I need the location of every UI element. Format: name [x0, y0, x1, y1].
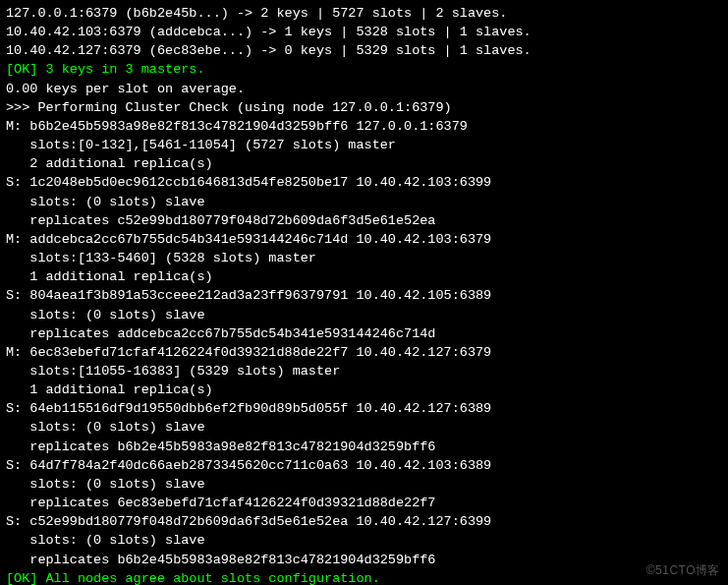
node-line: slots:[0-132],[5461-11054] (5727 slots) …: [6, 136, 722, 154]
ok-keys-line: [OK] 3 keys in 3 masters.: [6, 60, 722, 79]
summary-line: 10.40.42.127:6379 (6ec83ebe...) -> 0 key…: [6, 41, 722, 60]
node-line: M: 6ec83ebefd71cfaf4126224f0d39321d88de2…: [6, 343, 722, 362]
node-line: slots: (0 slots) slave: [6, 193, 722, 211]
node-line: replicates c52e99bd180779f048d72b609da6f…: [6, 211, 722, 230]
node-line: replicates addcebca2cc67b755dc54b341e593…: [6, 324, 722, 343]
node-line: M: addcebca2cc67b755dc54b341e593144246c7…: [6, 230, 722, 249]
node-line: 2 additional replica(s): [6, 154, 722, 173]
node-line: slots: (0 slots) slave: [6, 475, 722, 494]
node-line: M: b6b2e45b5983a98e82f813c47821904d3259b…: [6, 117, 722, 136]
node-line: S: 64d7f784a2f40dc66aeb2873345620cc711c0…: [6, 456, 722, 475]
ok-agree-line: [OK] All nodes agree about slots configu…: [6, 569, 722, 585]
node-line: S: 804aea1f3b891a53cceee212ad3a23ff96379…: [6, 286, 722, 305]
summary-line: 127.0.0.1:6379 (b6b2e45b...) -> 2 keys |…: [6, 4, 722, 23]
node-line: slots: (0 slots) slave: [6, 531, 722, 550]
node-line: slots: (0 slots) slave: [6, 306, 722, 324]
node-line: slots:[133-5460] (5328 slots) master: [6, 249, 722, 267]
node-line: S: 1c2048eb5d0ec9612ccb1646813d54fe8250b…: [6, 173, 722, 192]
node-line: replicates 6ec83ebefd71cfaf4126224f0d393…: [6, 494, 722, 512]
cluster-check-header: >>> Performing Cluster Check (using node…: [6, 98, 722, 117]
node-line: replicates b6b2e45b5983a98e82f813c478219…: [6, 438, 722, 456]
node-line: S: 64eb115516df9d19550dbb6ef2fb90d89b5d0…: [6, 399, 722, 418]
node-line: 1 additional replica(s): [6, 380, 722, 399]
node-line: replicates b6b2e45b5983a98e82f813c478219…: [6, 551, 722, 569]
avg-line: 0.00 keys per slot on average.: [6, 80, 722, 98]
terminal-output: 127.0.0.1:6379 (b6b2e45b...) -> 2 keys |…: [6, 4, 722, 585]
summary-line: 10.40.42.103:6379 (addcebca...) -> 1 key…: [6, 23, 722, 41]
watermark-text: ©51CTO博客: [646, 562, 720, 579]
node-line: S: c52e99bd180779f048d72b609da6f3d5e61e5…: [6, 512, 722, 531]
node-line: slots: (0 slots) slave: [6, 418, 722, 437]
node-line: 1 additional replica(s): [6, 267, 722, 286]
node-line: slots:[11055-16383] (5329 slots) master: [6, 362, 722, 380]
